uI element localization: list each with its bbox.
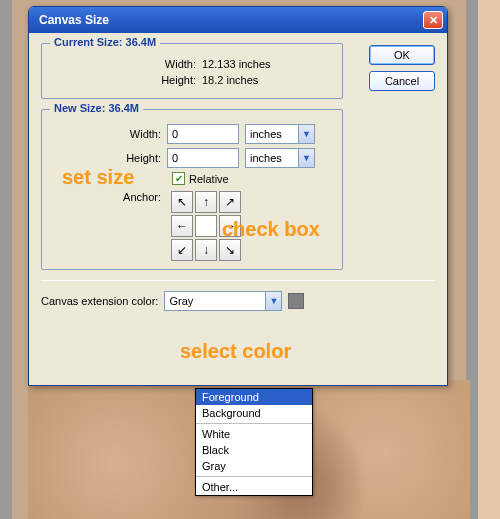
titlebar[interactable]: Canvas Size ✕ [29,7,447,33]
cancel-button[interactable]: Cancel [369,71,435,91]
current-size-group: Current Size: 36.4M Width: 12.133 inches… [41,43,343,99]
dialog-title: Canvas Size [39,13,109,27]
option-other[interactable]: Other... [196,479,312,495]
current-width-label: Width: [52,58,202,70]
anchor-n[interactable]: ↑ [195,191,217,213]
anchor-ne[interactable]: ↗ [219,191,241,213]
new-width-label: Width: [52,128,167,140]
arrow-up-left-icon: ↖ [177,196,187,208]
divider [41,280,435,281]
option-black[interactable]: Black [196,442,312,458]
option-gray[interactable]: Gray [196,458,312,474]
current-width-value: 12.133 inches [202,58,271,70]
chevron-down-icon: ▼ [265,292,281,310]
new-width-unit-select[interactable]: inches ▼ [245,124,315,144]
chevron-down-icon: ▼ [298,125,314,143]
new-height-unit-value: inches [250,152,282,164]
anchor-center[interactable] [195,215,217,237]
canvas-ext-color-select[interactable]: Gray ▼ [164,291,282,311]
arrow-up-right-icon: ↗ [225,196,235,208]
new-height-label: Height: [52,152,167,164]
anchor-se[interactable]: ↘ [219,239,241,261]
anchor-e[interactable]: → [219,215,241,237]
close-icon: ✕ [429,14,438,27]
new-height-unit-select[interactable]: inches ▼ [245,148,315,168]
new-size-group: New Size: 36.4M Width: inches ▼ Height: … [41,109,343,270]
relative-label: Relative [189,173,229,185]
anchor-w[interactable]: ← [171,215,193,237]
color-swatch[interactable] [288,293,304,309]
chevron-down-icon: ▼ [298,149,314,167]
option-background[interactable]: Background [196,405,312,421]
new-width-unit-value: inches [250,128,282,140]
check-icon: ✔ [175,174,183,184]
canvas-ext-color-label: Canvas extension color: [41,295,164,307]
anchor-grid: ↖ ↑ ↗ ← → ↙ ↓ ↘ [171,191,241,261]
close-button[interactable]: ✕ [423,11,443,29]
ok-button[interactable]: OK [369,45,435,65]
arrow-down-icon: ↓ [203,244,209,256]
new-height-input[interactable] [167,148,239,168]
current-size-title: Current Size: 36.4M [50,36,160,48]
new-width-input[interactable] [167,124,239,144]
current-height-value: 18.2 inches [202,74,258,86]
current-height-label: Height: [52,74,202,86]
canvas-ext-color-value: Gray [169,295,193,307]
arrow-down-left-icon: ↙ [177,244,187,256]
arrow-down-right-icon: ↘ [225,244,235,256]
anchor-s[interactable]: ↓ [195,239,217,261]
separator [196,423,312,424]
arrow-up-icon: ↑ [203,196,209,208]
canvas-size-dialog: Canvas Size ✕ OK Cancel Current Size: 36… [28,6,448,386]
anchor-nw[interactable]: ↖ [171,191,193,213]
anchor-sw[interactable]: ↙ [171,239,193,261]
arrow-right-icon: → [224,220,236,232]
separator [196,476,312,477]
arrow-left-icon: ← [176,220,188,232]
option-white[interactable]: White [196,426,312,442]
option-foreground[interactable]: Foreground [196,389,312,405]
anchor-label: Anchor: [52,191,167,203]
new-size-title: New Size: 36.4M [50,102,143,114]
canvas-ext-color-dropdown: Foreground Background White Black Gray O… [195,388,313,496]
relative-checkbox[interactable]: ✔ [172,172,185,185]
